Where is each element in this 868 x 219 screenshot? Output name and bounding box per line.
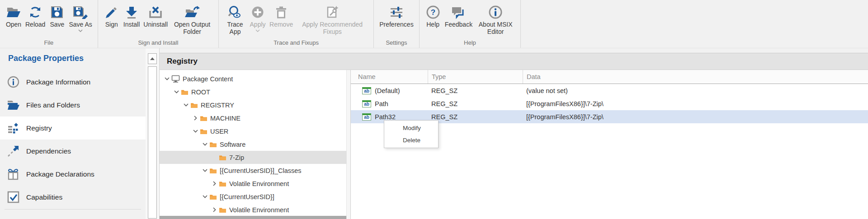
sidebar-item-capabilities[interactable]: Capabilities <box>0 186 146 209</box>
sign-button[interactable]: Sign <box>102 3 122 28</box>
scroll-up-arrow-icon <box>150 57 155 60</box>
folder-icon <box>6 99 20 111</box>
folder-icon <box>200 128 208 135</box>
reload-button[interactable]: Reload <box>24 3 47 28</box>
expander-expanded-icon[interactable] <box>182 103 189 107</box>
string-value-icon: ab <box>362 100 371 107</box>
tree-node-volatile-environment-1[interactable]: Volatile Environment <box>160 177 346 190</box>
tree-node-label: USER <box>210 128 228 135</box>
expander-expanded-icon[interactable] <box>192 130 199 133</box>
column-header-name[interactable]: Name <box>351 70 428 84</box>
open-button[interactable]: Open <box>4 3 24 28</box>
tree-node-label: [{CurrentUserSID}] <box>220 193 274 200</box>
uninstall-button[interactable]: Uninstall <box>142 3 170 28</box>
table-header: Name Type Data <box>351 70 868 84</box>
apply-dropdown-icon[interactable] <box>255 29 260 32</box>
ribbon-group-sign-install: Sign Install Uninstall <box>98 0 219 48</box>
feedback-button[interactable]: Feedback <box>443 3 474 28</box>
remove-button[interactable]: Remove <box>268 3 295 28</box>
tree-node-root[interactable]: ROOT <box>160 85 346 98</box>
save-button[interactable]: Save <box>47 3 67 28</box>
scrollbar-up-button[interactable] <box>148 53 157 64</box>
reload-label: Reload <box>25 21 45 28</box>
registry-tree: Package Content ROOT REGISTRY MACHINE <box>160 70 346 219</box>
ribbon-group-help: ? Help Feedback About MSIX Editor <box>420 0 521 48</box>
help-button[interactable]: ? Help <box>423 3 443 28</box>
tree-node-user[interactable]: USER <box>160 125 346 138</box>
column-header-data[interactable]: Data <box>523 70 868 84</box>
about-msix-editor-button[interactable]: About MSIX Editor <box>474 3 517 36</box>
open-output-folder-button[interactable]: Open Output Folder <box>170 3 215 36</box>
about-msix-editor-label: About MSIX Editor <box>476 21 515 35</box>
tree-node-label: Volatile Environment <box>229 206 289 214</box>
table-row-path[interactable]: ab Path REG_SZ [{ProgramFilesX86}]\7-Zip… <box>351 97 868 110</box>
expander-expanded-icon[interactable] <box>201 143 208 146</box>
tree-node-label: Volatile Environment <box>229 180 289 187</box>
preferences-label: Preferences <box>379 21 413 28</box>
sidebar-item-files-and-folders[interactable]: Files and Folders <box>0 93 146 116</box>
tree-node-volatile-environment-2[interactable]: Volatile Environment <box>160 203 346 216</box>
column-header-type[interactable]: Type <box>428 70 523 84</box>
apply-recommended-fixups-button[interactable]: Apply Recommended Fixups <box>295 3 370 36</box>
uninstall-label: Uninstall <box>143 21 168 28</box>
trace-app-label: Trace App <box>224 21 246 35</box>
folder-icon <box>219 181 226 187</box>
save-as-dropdown-icon[interactable] <box>78 29 83 32</box>
apply-button[interactable]: Apply <box>248 3 268 33</box>
tree-node-currentusersid[interactable]: [{CurrentUserSID}] <box>160 190 346 203</box>
ribbon-toolbar: Open Reload Save <box>0 0 868 48</box>
tree-horizontal-scrollbar[interactable] <box>160 216 346 219</box>
expander-expanded-icon[interactable] <box>163 77 170 80</box>
install-icon <box>125 4 138 21</box>
context-menu: Modify Delete <box>384 120 439 148</box>
table-row-default[interactable]: ab (Default) REG_SZ (value not set) <box>351 84 868 97</box>
tree-node-currentusersid-classes[interactable]: [{CurrentUserSID}]_Classes <box>160 164 346 177</box>
about-icon <box>488 4 503 21</box>
sidebar-item-package-information[interactable]: Package Information <box>0 70 146 93</box>
expander-expanded-icon[interactable] <box>201 195 208 198</box>
open-label: Open <box>6 21 21 28</box>
save-label: Save <box>50 21 64 28</box>
context-menu-item-delete[interactable]: Delete <box>384 134 438 146</box>
tree-node-label: Package Content <box>183 75 233 83</box>
ribbon-group-label-settings: Settings <box>374 39 419 48</box>
ribbon-group-label-file: File <box>0 39 98 48</box>
tree-node-machine[interactable]: MACHINE <box>160 112 346 125</box>
sidebar-divider <box>5 209 141 210</box>
expander-collapsed-icon[interactable] <box>192 116 199 121</box>
ribbon-group-settings: Preferences Settings <box>374 0 419 48</box>
sidebar-item-dependencies[interactable]: Dependencies <box>0 140 146 163</box>
tree-node-label: REGISTRY <box>201 102 234 109</box>
folder-icon <box>209 168 217 174</box>
scrollbar-thumb[interactable] <box>148 66 157 219</box>
tree-table-splitter[interactable] <box>346 70 351 219</box>
save-as-button[interactable]: Save As <box>67 3 94 33</box>
gift-box-icon <box>6 168 20 181</box>
tree-node-software[interactable]: Software <box>160 138 346 151</box>
sidebar-item-label: Dependencies <box>26 147 71 155</box>
value-type: REG_SZ <box>428 113 523 121</box>
context-menu-item-modify[interactable]: Modify <box>384 122 438 134</box>
sign-icon <box>105 4 118 21</box>
computer-icon <box>171 75 180 83</box>
sidebar-scrollbar <box>146 48 159 219</box>
expander-collapsed-icon[interactable] <box>211 207 218 212</box>
apply-recommended-fixups-label: Apply Recommended Fixups <box>297 21 368 35</box>
expander-expanded-icon[interactable] <box>173 90 180 93</box>
help-icon: ? <box>426 4 440 21</box>
sidebar-title: Package Properties <box>0 48 146 64</box>
sidebar-item-package-declarations[interactable]: Package Declarations <box>0 163 146 186</box>
tree-node-label: ROOT <box>191 89 210 96</box>
preferences-button[interactable]: Preferences <box>377 3 415 28</box>
string-value-icon: ab <box>362 113 371 121</box>
registry-body: Package Content ROOT REGISTRY MACHINE <box>160 70 868 219</box>
tree-node-package-content[interactable]: Package Content <box>160 72 346 85</box>
expander-collapsed-icon[interactable] <box>211 181 218 186</box>
install-button[interactable]: Install <box>122 3 142 28</box>
tree-node-7-zip[interactable]: 7-Zip <box>160 151 346 164</box>
expander-expanded-icon[interactable] <box>201 169 208 172</box>
trace-app-button[interactable]: Trace App <box>222 3 248 36</box>
tree-node-registry[interactable]: REGISTRY <box>160 98 346 112</box>
string-value-icon: ab <box>362 87 371 94</box>
sidebar-item-registry[interactable]: Registry <box>0 116 146 140</box>
